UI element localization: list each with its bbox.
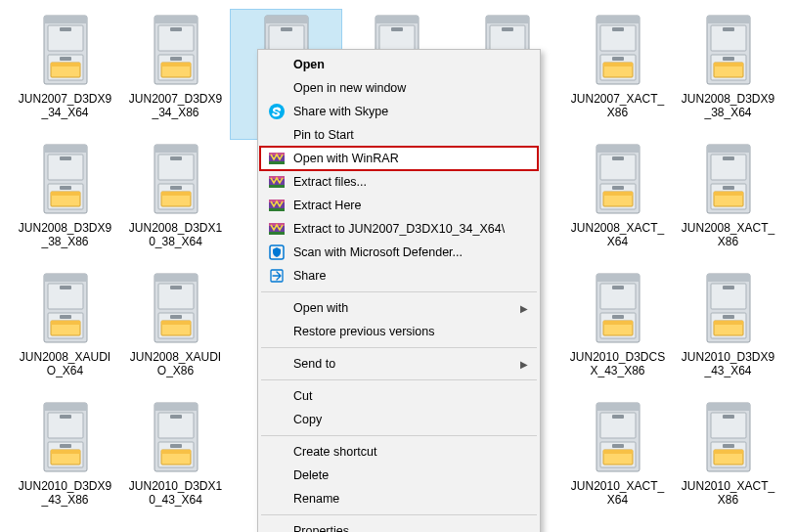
chevron-right-icon: ▶	[520, 359, 528, 370]
file-item[interactable]: JUN2008_D3DX9_38_X64	[673, 10, 783, 139]
file-label: JUN2010_D3DX10_43_X64	[127, 479, 225, 508]
cabinet-icon	[591, 272, 645, 346]
winrar-icon	[268, 220, 286, 238]
cabinet-icon	[591, 401, 645, 475]
none-icon	[268, 126, 286, 144]
menu-item[interactable]: Delete	[260, 464, 538, 487]
cabinet-icon	[149, 401, 203, 475]
menu-item[interactable]: Share with Skype	[260, 100, 538, 123]
file-label: JUN2007_XACT_X86	[569, 92, 667, 120]
menu-separator	[261, 435, 537, 436]
file-item[interactable]: JUN2010_D3DCSX_43_X86	[562, 268, 673, 397]
skype-icon	[268, 103, 286, 120]
menu-item-label: Send to	[293, 357, 510, 371]
file-item[interactable]: JUN2008_XACT_X64	[562, 139, 673, 268]
file-item[interactable]: JUN2010_D3DX9_43_X86	[10, 397, 120, 526]
file-item[interactable]: JUN2008_XAUDIO_X86	[120, 268, 231, 397]
menu-item[interactable]: Extract files...	[260, 170, 538, 194]
file-label: JUN2008_D3DX9_38_X86	[17, 221, 114, 249]
menu-item-label: Cut	[293, 389, 510, 403]
menu-item-label: Open with WinRAR	[293, 152, 510, 165]
menu-item-label: Share with Skype	[293, 105, 510, 118]
file-item[interactable]: JUN2008_XACT_X86	[673, 139, 783, 268]
menu-item-label: Open	[293, 58, 510, 71]
menu-item[interactable]: Open	[260, 53, 538, 76]
file-item[interactable]: JUN2007_XACT_X86	[562, 10, 673, 139]
winrar-icon	[268, 173, 286, 191]
menu-item[interactable]: Create shortcut	[260, 440, 538, 464]
menu-separator	[261, 379, 537, 380]
menu-item-label: Extract files...	[293, 175, 510, 189]
menu-item-label: Copy	[293, 413, 510, 426]
menu-item[interactable]: Scan with Microsoft Defender...	[260, 241, 538, 264]
file-item[interactable]: JUN2008_D3DX9_38_X86	[10, 139, 120, 268]
none-icon	[268, 79, 286, 97]
menu-item-label: Extract Here	[293, 199, 510, 212]
file-label: JUN2008_XACT_X86	[680, 221, 777, 249]
menu-item[interactable]: Open with WinRAR	[260, 147, 538, 170]
cabinet-icon	[149, 272, 203, 346]
file-item[interactable]: JUN2007_D3DX9_34_X64	[10, 10, 120, 139]
file-item[interactable]: JUN2008_D3DX10_38_X64	[120, 139, 231, 268]
file-label: JUN2010_XACT_X64	[569, 479, 667, 508]
cabinet-icon	[149, 14, 203, 88]
none-icon	[268, 323, 286, 340]
menu-item-label: Properties	[293, 524, 510, 532]
file-label: JUN2008_XAUDIO_X64	[17, 350, 114, 378]
file-label: JUN2010_D3DX9_43_X86	[17, 479, 114, 508]
menu-item[interactable]: Cut	[260, 384, 538, 408]
menu-item[interactable]: Copy	[260, 408, 538, 431]
menu-item[interactable]: Rename	[260, 487, 538, 510]
winrar-icon	[268, 197, 286, 214]
cabinet-icon	[591, 14, 645, 88]
none-icon	[268, 411, 286, 428]
cabinet-icon	[38, 272, 93, 346]
cabinet-icon	[591, 143, 645, 217]
menu-item[interactable]: Open with▶	[260, 296, 538, 320]
none-icon	[268, 490, 286, 508]
cabinet-icon	[701, 272, 756, 346]
cabinet-icon	[38, 143, 93, 217]
menu-item[interactable]: Open in new window	[260, 76, 538, 100]
file-item[interactable]: JUN2010_D3DX9_43_X64	[673, 268, 783, 397]
menu-item-label: Pin to Start	[293, 128, 510, 142]
defender-icon	[268, 244, 286, 261]
menu-item[interactable]: Send to▶	[260, 352, 538, 376]
menu-item[interactable]: Extract to JUN2007_D3DX10_34_X64\	[260, 217, 538, 241]
none-icon	[268, 443, 286, 461]
menu-item-label: Restore previous versions	[293, 325, 510, 338]
menu-item[interactable]: Pin to Start	[260, 123, 538, 147]
menu-item[interactable]: Extract Here	[260, 194, 538, 217]
none-icon	[268, 355, 286, 373]
file-item[interactable]: JUN2010_XACT_X86	[673, 397, 783, 526]
context-menu: OpenOpen in new windowShare with SkypePi…	[257, 49, 541, 532]
menu-item[interactable]: Properties	[260, 519, 538, 532]
file-item[interactable]: JUN2010_XACT_X64	[562, 397, 673, 526]
menu-item-label: Open in new window	[293, 81, 510, 95]
file-item[interactable]: JUN2008_XAUDIO_X64	[10, 268, 120, 397]
menu-item-label: Scan with Microsoft Defender...	[293, 245, 510, 259]
menu-separator	[261, 347, 537, 348]
cabinet-icon	[701, 14, 756, 88]
file-label: JUN2007_D3DX9_34_X86	[127, 92, 225, 120]
cabinet-icon	[38, 401, 93, 475]
menu-separator	[261, 291, 537, 292]
none-icon	[268, 299, 286, 317]
file-label: JUN2008_XAUDIO_X86	[127, 350, 225, 378]
winrar-icon	[268, 150, 286, 167]
none-icon	[268, 466, 286, 484]
menu-separator	[261, 514, 537, 515]
cabinet-icon	[701, 143, 756, 217]
menu-item-label: Rename	[293, 492, 510, 506]
none-icon	[268, 522, 286, 532]
cabinet-icon	[149, 143, 203, 217]
menu-item[interactable]: Share	[260, 264, 538, 288]
share-icon	[268, 267, 286, 285]
file-item[interactable]: JUN2007_D3DX9_34_X86	[120, 10, 231, 139]
file-label: JUN2008_D3DX9_38_X64	[680, 92, 777, 120]
file-item[interactable]: JUN2010_D3DX10_43_X64	[120, 397, 231, 526]
menu-item-label: Extract to JUN2007_D3DX10_34_X64\	[293, 222, 510, 236]
file-label: JUN2010_XACT_X86	[680, 479, 777, 508]
menu-item-label: Delete	[293, 468, 510, 482]
menu-item[interactable]: Restore previous versions	[260, 320, 538, 343]
